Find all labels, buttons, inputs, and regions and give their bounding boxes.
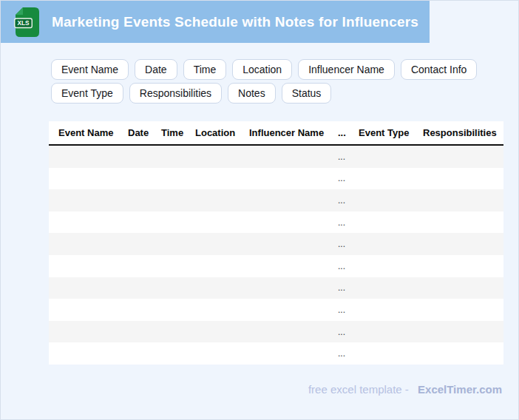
table-cell: [359, 168, 423, 190]
table-cell: [195, 277, 249, 299]
footer: free excel template - ExcelTimer.com: [308, 383, 502, 396]
table-cell: ...: [338, 168, 359, 190]
col-header-location: Location: [195, 121, 249, 145]
table-row: ...: [49, 189, 503, 211]
table-cell: [423, 321, 503, 343]
page: XLS Marketing Events Schedule with Notes…: [0, 0, 519, 420]
col-header-influencer-name: Influencer Name: [249, 121, 338, 145]
table-cell: [195, 168, 249, 190]
table-cell: [128, 321, 161, 343]
table-cell: [359, 189, 423, 211]
table-cell: [49, 321, 128, 343]
chips-row-2: Event Type Responsibilities Notes Status: [51, 83, 477, 104]
chip-status[interactable]: Status: [282, 83, 332, 104]
table-cell: [195, 255, 249, 277]
table-cell: [195, 189, 249, 211]
schedule-table: Event Name Date Time Location Influencer…: [49, 121, 503, 365]
table-cell: [49, 189, 128, 211]
col-header-responsibilities: Responsibilities: [423, 121, 503, 145]
table-row: ...: [49, 277, 503, 299]
table-cell: [249, 255, 338, 277]
schedule-table-wrapper: Event Name Date Time Location Influencer…: [49, 121, 503, 365]
chip-influencer-name[interactable]: Influencer Name: [298, 59, 395, 80]
table-cell: [49, 145, 128, 168]
chip-location[interactable]: Location: [232, 59, 292, 80]
table-cell: [359, 321, 423, 343]
table-cell: [161, 233, 195, 255]
table-cell: [359, 233, 423, 255]
table-cell: [423, 145, 503, 168]
table-cell: [359, 299, 423, 321]
table-row: ...: [49, 211, 503, 234]
table-cell: [195, 321, 249, 343]
table-cell: [195, 299, 249, 321]
chip-notes[interactable]: Notes: [228, 83, 276, 104]
chip-date[interactable]: Date: [135, 59, 177, 80]
table-cell: [161, 342, 195, 365]
table-cell: [249, 233, 338, 255]
table-header-row: Event Name Date Time Location Influencer…: [49, 121, 503, 145]
table-cell: [49, 168, 128, 190]
table-cell: ...: [338, 321, 359, 343]
table-cell: [161, 277, 195, 299]
table-cell: [423, 233, 503, 255]
table-cell: [423, 299, 503, 321]
table-cell: [161, 189, 195, 211]
table-cell: [128, 211, 161, 234]
table-cell: [161, 321, 195, 343]
title-bar: XLS Marketing Events Schedule with Notes…: [1, 1, 430, 43]
chip-event-name[interactable]: Event Name: [51, 59, 129, 80]
col-header-date: Date: [128, 121, 161, 145]
table-cell: [249, 168, 338, 190]
table-cell: [49, 233, 128, 255]
table-cell: ...: [338, 189, 359, 211]
table-cell: ...: [338, 255, 359, 277]
table-cell: ...: [338, 342, 359, 365]
table-cell: [49, 342, 128, 365]
table-cell: [423, 168, 503, 190]
table-cell: [423, 342, 503, 365]
table-cell: [195, 211, 249, 234]
table-cell: [128, 168, 161, 190]
table-cell: ...: [338, 145, 359, 168]
table-cell: [161, 211, 195, 234]
table-cell: [128, 189, 161, 211]
table-cell: [49, 211, 128, 234]
table-cell: [249, 299, 338, 321]
chip-responsibilities[interactable]: Responsibilities: [129, 83, 222, 104]
table-cell: [49, 277, 128, 299]
table-cell: [161, 299, 195, 321]
table-cell: [195, 145, 249, 168]
table-cell: ...: [338, 211, 359, 234]
table-cell: [249, 189, 338, 211]
table-cell: [128, 233, 161, 255]
col-header-ellipsis: ...: [338, 121, 359, 145]
table-cell: [195, 233, 249, 255]
xls-badge-label: XLS: [18, 20, 30, 27]
table-cell: [249, 277, 338, 299]
chip-event-type[interactable]: Event Type: [51, 83, 123, 104]
table-cell: [423, 277, 503, 299]
table-cell: [359, 145, 423, 168]
table-body: ..............................: [49, 145, 503, 365]
table-cell: [423, 255, 503, 277]
table-cell: [49, 255, 128, 277]
table-cell: [249, 145, 338, 168]
col-header-event-name: Event Name: [49, 121, 128, 145]
chip-contact-info[interactable]: Contact Info: [401, 59, 478, 80]
table-cell: [128, 145, 161, 168]
footer-text: free excel template -: [308, 383, 409, 396]
table-cell: [423, 189, 503, 211]
table-cell: [359, 211, 423, 234]
table-cell: [195, 342, 249, 365]
table-row: ...: [49, 233, 503, 255]
chips-row-1: Event Name Date Time Location Influencer…: [51, 59, 477, 80]
footer-brand-link[interactable]: ExcelTimer.com: [418, 383, 502, 396]
table-cell: [161, 145, 195, 168]
table-cell: [423, 211, 503, 234]
col-header-time: Time: [161, 121, 195, 145]
table-cell: [161, 168, 195, 190]
table-row: ...: [49, 342, 503, 365]
chip-time[interactable]: Time: [183, 59, 227, 80]
table-row: ...: [49, 145, 503, 168]
